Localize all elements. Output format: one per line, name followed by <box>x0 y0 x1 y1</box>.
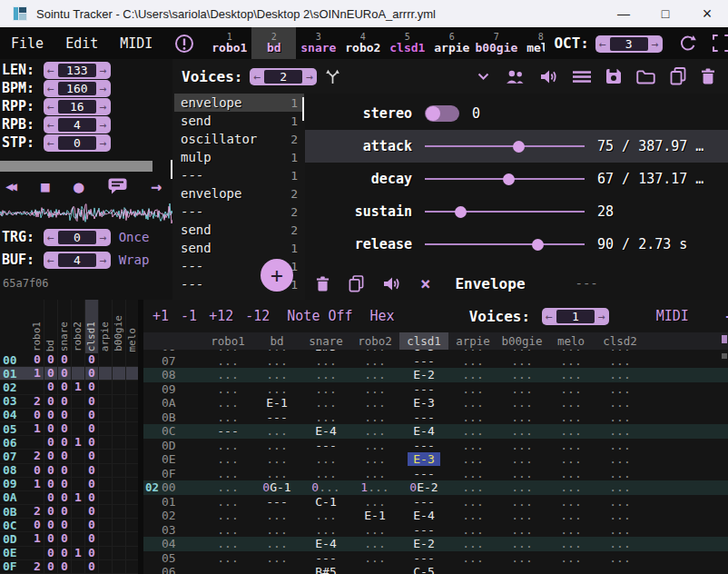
order-cell[interactable] <box>126 395 138 408</box>
order-track-header-robo2[interactable]: robo2 <box>72 300 85 353</box>
pattern-cell[interactable]: ... <box>301 382 350 397</box>
order-cell[interactable] <box>99 436 113 449</box>
pattern-cell[interactable]: ... <box>546 537 595 551</box>
order-cell[interactable]: 0 <box>44 505 58 518</box>
pattern-cell[interactable]: ... <box>350 495 399 510</box>
pattern-cell[interactable]: E-1 <box>350 509 399 523</box>
pattern-cell[interactable]: --- <box>399 411 448 425</box>
pattern-cell[interactable]: ... <box>301 523 350 538</box>
order-cell[interactable]: 0 <box>58 395 72 408</box>
order-cell[interactable]: 0 <box>58 532 72 545</box>
stepper-increment-button[interactable]: → <box>100 64 107 76</box>
order-cell[interactable] <box>72 560 85 573</box>
midi-button[interactable]: MIDI <box>656 308 689 324</box>
stepper-increment-button[interactable]: → <box>100 254 107 266</box>
tab-snare[interactable]: 3snare <box>296 27 340 59</box>
close-button[interactable]: × <box>686 0 728 27</box>
order-row[interactable]: 060010 <box>0 436 138 450</box>
stepper-increment-button[interactable]: → <box>100 137 107 149</box>
pattern-cell[interactable]: E-4 <box>399 424 448 439</box>
order-row[interactable]: 0B2000 <box>0 505 138 519</box>
pattern-cell[interactable]: ... <box>448 411 497 425</box>
order-cell[interactable]: 0 <box>85 436 99 449</box>
order-cell[interactable] <box>99 367 113 380</box>
order-cell[interactable]: 1 <box>72 547 85 559</box>
order-row[interactable]: 091000 <box>0 478 138 491</box>
pattern-row-number[interactable]: 00 <box>162 480 183 495</box>
pattern-cell[interactable]: ... <box>497 382 546 397</box>
order-cell[interactable]: 0 <box>85 395 99 408</box>
order-cell[interactable] <box>99 422 113 435</box>
pattern-row-number[interactable]: 09 <box>162 382 183 397</box>
stepper-increment-button[interactable]: → <box>100 83 107 94</box>
order-cell[interactable]: 0 <box>85 547 99 559</box>
pattern-cell[interactable]: ... <box>546 467 595 481</box>
pattern-cell[interactable]: ... <box>497 368 546 382</box>
chevron-down-icon[interactable] <box>477 72 490 81</box>
pattern-track-header-robo2[interactable]: robo2 <box>350 332 399 350</box>
pattern-cell[interactable]: ... <box>252 551 301 566</box>
pattern-cell[interactable]: ... <box>546 439 595 453</box>
pattern-row-number[interactable]: 0D <box>162 439 183 453</box>
pattern-cell[interactable]: ... <box>350 368 399 382</box>
unit-row[interactable]: envelope2 <box>174 184 304 203</box>
stepper-increment-button[interactable]: → <box>306 71 313 83</box>
order-cell[interactable] <box>126 409 138 421</box>
order-cell[interactable] <box>72 409 85 421</box>
pattern-cell[interactable]: ... <box>203 368 252 382</box>
pattern-cell[interactable]: ... <box>546 354 595 369</box>
order-cell[interactable]: 0 <box>44 491 58 504</box>
pattern-row-number[interactable]: 0A <box>162 396 183 411</box>
order-cell[interactable]: 0 <box>44 395 58 408</box>
order-cell[interactable]: 0 <box>58 547 72 559</box>
order-track-header-snare[interactable]: snare <box>58 300 72 353</box>
pattern-cell[interactable]: ... <box>497 467 546 481</box>
tab-clsd1[interactable]: 5clsd1 <box>385 27 429 59</box>
order-cell[interactable] <box>113 464 126 477</box>
order-track-header-b00gie[interactable]: b00gie <box>113 300 126 353</box>
pattern-cell[interactable]: ... <box>252 509 301 523</box>
fullscreen-icon[interactable] <box>713 35 728 52</box>
pattern-cell[interactable]: E-3 <box>399 452 448 467</box>
pattern-cell[interactable]: --- <box>252 495 301 510</box>
stepper-decrement-button[interactable]: ← <box>47 254 54 266</box>
order-cell[interactable] <box>126 547 138 559</box>
order-cell[interactable] <box>113 436 126 449</box>
pattern-cell[interactable]: ... <box>203 382 252 397</box>
pattern-cell[interactable]: ... <box>595 452 644 467</box>
pattern-cell[interactable]: --- <box>301 551 350 566</box>
pattern-cell[interactable]: ... <box>448 382 497 397</box>
order-cell[interactable] <box>99 464 113 477</box>
pattern-track-header-clsd1[interactable]: clsd1 <box>399 332 448 350</box>
order-cell[interactable] <box>113 532 126 545</box>
unit-row[interactable]: ---2 <box>174 203 304 221</box>
order-cell[interactable] <box>99 450 113 462</box>
pattern-cell[interactable]: C-1 <box>301 495 350 510</box>
order-row[interactable]: 020010 <box>0 381 138 394</box>
pattern-cell[interactable]: ... <box>448 439 497 453</box>
tab-robo2[interactable]: 4robo2 <box>340 27 385 59</box>
order-row[interactable]: 0C0000 <box>0 519 138 532</box>
pattern-cell[interactable]: ... <box>203 354 252 369</box>
release-slider-knob[interactable] <box>532 239 544 251</box>
order-cell[interactable] <box>126 532 138 545</box>
order-cell[interactable]: 1 <box>31 422 44 435</box>
pattern-cell[interactable]: ... <box>448 495 497 510</box>
order-cell[interactable] <box>31 491 44 504</box>
order-cell[interactable] <box>113 409 126 421</box>
menu-edit[interactable]: Edit <box>65 35 98 52</box>
tab-arpie[interactable]: 6arpie <box>429 27 474 59</box>
pattern-cell[interactable]: ... <box>350 537 399 551</box>
stepper-decrement-button[interactable]: ← <box>47 64 54 76</box>
params-scrollbar[interactable] <box>302 97 304 121</box>
pattern-track-header-robo1[interactable]: robo1 <box>203 332 252 350</box>
pattern-cell[interactable]: ... <box>546 495 595 510</box>
order-cell[interactable]: 0 <box>85 381 99 393</box>
order-row[interactable]: 040000 <box>0 409 138 422</box>
pattern-cell[interactable]: ... <box>448 480 497 495</box>
order-cell[interactable]: 1 <box>31 367 44 380</box>
order-cell[interactable] <box>31 381 44 393</box>
pattern-cell[interactable]: ... <box>497 551 546 566</box>
pattern-cell[interactable]: ... <box>497 424 546 439</box>
pattern-cell[interactable]: ... <box>350 452 399 467</box>
